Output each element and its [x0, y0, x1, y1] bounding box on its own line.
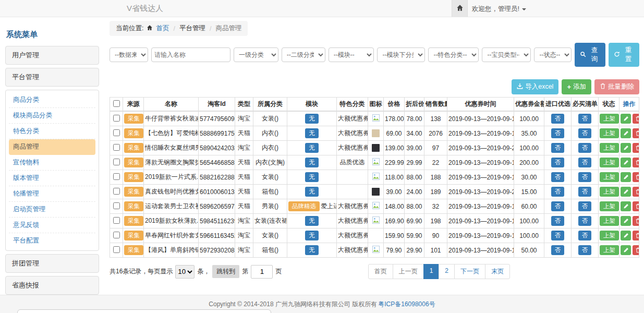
row-checkbox[interactable] [113, 217, 120, 224]
name-search-input[interactable] [151, 47, 230, 62]
edit-button[interactable] [621, 114, 631, 124]
status-badge[interactable]: 上架 [600, 143, 619, 153]
sidebar-item-link[interactable]: 商品分类 [9, 92, 95, 108]
must-buy-toggle-badge[interactable]: 否 [578, 187, 592, 197]
status-badge[interactable]: 上架 [600, 158, 619, 167]
search-button[interactable]: 查询 [575, 43, 605, 67]
import-toggle-badge[interactable]: 否 [551, 128, 565, 138]
page-number-input[interactable] [251, 265, 273, 279]
import-toggle-badge[interactable]: 否 [551, 158, 565, 167]
must-buy-toggle-badge[interactable]: 否 [578, 172, 592, 182]
must-buy-toggle-badge[interactable]: 否 [578, 143, 592, 153]
row-checkbox[interactable] [113, 246, 120, 253]
sidebar-item-link[interactable]: 模块商品分类 [9, 108, 95, 124]
home-button[interactable] [452, 0, 468, 17]
row-checkbox[interactable] [113, 129, 120, 136]
per-page-select[interactable]: 10 [175, 265, 195, 279]
delete-button[interactable] [633, 245, 639, 255]
status-badge[interactable]: 上架 [600, 114, 619, 124]
row-checkbox[interactable] [113, 173, 120, 180]
row-checkbox[interactable] [113, 159, 120, 165]
reset-button[interactable]: 重置 [609, 43, 639, 67]
edit-button[interactable] [621, 187, 631, 197]
jump-button[interactable]: 跳转到 [212, 265, 239, 278]
sidebar-item-link[interactable]: 平台配置 [9, 233, 95, 248]
sidebar-item-link[interactable]: 启动页管理 [9, 202, 95, 218]
delete-button[interactable] [633, 172, 639, 182]
import-toggle-badge[interactable]: 否 [551, 201, 565, 211]
import-toggle-badge[interactable]: 否 [551, 172, 565, 182]
row-checkbox[interactable] [113, 202, 120, 209]
sidebar-item-active[interactable]: 商品管理 [9, 139, 95, 155]
edit-button[interactable] [621, 231, 631, 240]
status-badge[interactable]: 上架 [600, 128, 619, 138]
edit-button[interactable] [621, 201, 631, 211]
pager-item[interactable]: 下一页 [454, 264, 485, 279]
icp-link[interactable]: 粤ICP备16098006号 [378, 300, 435, 309]
status-badge[interactable]: 上架 [600, 231, 619, 240]
import-excel-button[interactable]: 导入excel [512, 79, 558, 94]
must-buy-toggle-badge[interactable]: 否 [578, 216, 592, 226]
row-checkbox[interactable] [113, 232, 120, 238]
status-badge[interactable]: 上架 [600, 216, 619, 226]
filter-select[interactable]: --数据来源-- [110, 47, 148, 62]
sidebar-group[interactable]: 省惠快报 [5, 276, 99, 295]
breadcrumb-home-link[interactable]: 首页 [156, 24, 169, 33]
import-toggle-badge[interactable]: 否 [551, 187, 565, 197]
row-checkbox[interactable] [113, 188, 120, 195]
delete-button[interactable] [633, 128, 639, 138]
filter-select[interactable]: --特色分类-- [428, 47, 479, 62]
edit-button[interactable] [621, 143, 631, 153]
delete-button[interactable] [633, 201, 639, 211]
filter-select[interactable]: 一级分类 [234, 47, 278, 62]
sidebar-item-link[interactable]: 意见反馈 [9, 218, 95, 233]
filter-select[interactable]: --宝贝类型-- [482, 47, 531, 62]
import-toggle-badge[interactable]: 否 [551, 143, 565, 153]
filter-select[interactable]: --模块下分类-- [377, 47, 425, 62]
pager-item[interactable]: 1 [423, 264, 440, 279]
delete-button[interactable] [633, 187, 639, 197]
add-button[interactable]: + 添加 [562, 79, 591, 94]
filter-select[interactable]: --状态-- [534, 47, 572, 62]
sidebar-item-link[interactable]: 宣传物料 [9, 155, 95, 171]
sidebar-group[interactable]: 平台管理 [5, 68, 99, 87]
pager-item[interactable]: 上一页 [393, 264, 424, 279]
edit-button[interactable] [621, 172, 631, 182]
must-buy-toggle-badge[interactable]: 否 [578, 231, 592, 240]
user-menu[interactable]: 欢迎您，管理员! [472, 5, 526, 14]
delete-button[interactable] [633, 143, 639, 153]
edit-button[interactable] [621, 128, 631, 138]
status-badge[interactable]: 上架 [600, 245, 619, 255]
row-checkbox[interactable] [113, 144, 120, 151]
delete-button[interactable] [633, 216, 639, 226]
must-buy-toggle-badge[interactable]: 否 [578, 158, 592, 167]
import-toggle-badge[interactable]: 否 [551, 245, 565, 255]
select-all-checkbox[interactable] [113, 100, 120, 107]
delete-button[interactable] [633, 158, 639, 167]
sidebar-item-link[interactable]: 特色分类 [9, 124, 95, 139]
sidebar-group[interactable]: 用户管理 [5, 46, 99, 65]
filter-select[interactable]: --二级分类-- [282, 47, 325, 62]
batch-delete-button[interactable]: 批量删除 [594, 79, 639, 94]
must-buy-toggle-badge[interactable]: 否 [578, 114, 592, 124]
pager-item[interactable]: 首页 [368, 264, 393, 279]
filter-select[interactable]: --模块-- [329, 47, 374, 62]
status-badge[interactable]: 上架 [600, 172, 619, 182]
pager-item[interactable]: 2 [439, 264, 455, 279]
import-toggle-badge[interactable]: 否 [551, 216, 565, 226]
delete-button[interactable] [633, 231, 639, 240]
must-buy-toggle-badge[interactable]: 否 [578, 128, 592, 138]
status-badge[interactable]: 上架 [600, 187, 619, 197]
row-checkbox[interactable] [113, 115, 120, 122]
import-toggle-badge[interactable]: 否 [551, 114, 565, 124]
sidebar-group[interactable]: 拼团管理 [5, 254, 99, 273]
must-buy-toggle-badge[interactable]: 否 [578, 245, 592, 255]
import-toggle-badge[interactable]: 否 [551, 231, 565, 240]
delete-button[interactable] [633, 114, 639, 124]
edit-button[interactable] [621, 245, 631, 255]
edit-button[interactable] [621, 216, 631, 226]
pager-item[interactable]: 末页 [485, 264, 510, 279]
sidebar-item-link[interactable]: 轮播管理 [9, 186, 95, 202]
edit-button[interactable] [621, 158, 631, 167]
must-buy-toggle-badge[interactable]: 否 [578, 201, 592, 211]
